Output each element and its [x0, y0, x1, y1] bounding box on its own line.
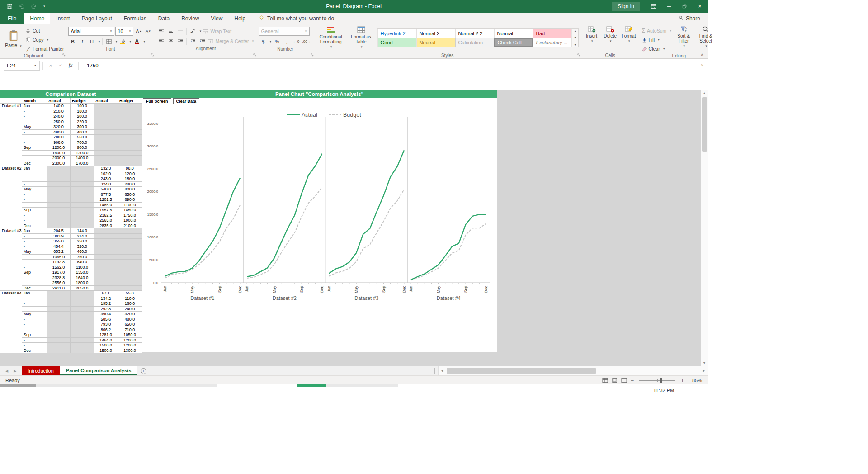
cell-style-neutral[interactable]: Neutral [416, 38, 455, 47]
empty-cell[interactable] [71, 306, 94, 312]
month-cell[interactable]: - [22, 135, 47, 140]
vertical-scrollbar[interactable]: ▲ ▼ [701, 90, 708, 366]
budget-value-cell[interactable]: 1200.0 [118, 343, 142, 348]
ribbon-tab-help[interactable]: Help [228, 13, 251, 24]
month-cell[interactable]: - [22, 317, 47, 322]
actual-value-cell[interactable]: 132.3 [94, 166, 118, 171]
budget-value-cell[interactable]: 1750.0 [118, 213, 142, 218]
zoom-slider-thumb[interactable] [660, 378, 662, 383]
budget-value-cell[interactable]: 710.0 [118, 327, 142, 332]
decrease-indent-icon[interactable] [189, 37, 197, 45]
empty-cell[interactable] [47, 327, 71, 332]
actual-value-cell[interactable]: 292.8 [94, 306, 118, 312]
empty-cell[interactable] [47, 181, 71, 187]
budget-value-cell[interactable]: 120.0 [118, 171, 142, 176]
zoom-in-icon[interactable]: + [681, 377, 684, 384]
decrease-decimal-button[interactable]: .00→ [301, 37, 311, 46]
empty-cell[interactable] [71, 171, 94, 176]
budget-value-cell[interactable]: 1640.0 [71, 275, 94, 280]
actual-value-cell[interactable]: 2328.8 [47, 275, 71, 280]
empty-cell[interactable] [94, 280, 118, 286]
month-cell[interactable]: Jan [22, 291, 47, 296]
align-right-icon[interactable] [176, 37, 184, 45]
share-button[interactable]: Share [678, 13, 708, 24]
actual-value-cell[interactable]: 1065.0 [47, 254, 71, 260]
empty-cell[interactable] [118, 228, 142, 234]
vertical-scroll-thumb[interactable] [702, 97, 707, 152]
actual-value-cell[interactable]: 204.5 [47, 228, 71, 234]
empty-cell[interactable] [118, 249, 142, 255]
scroll-down-icon[interactable]: ▼ [701, 361, 708, 365]
actual-value-cell[interactable]: 2565.0 [94, 218, 118, 223]
month-cell[interactable]: - [22, 119, 47, 124]
actual-value-cell[interactable]: 134.2 [94, 296, 118, 301]
empty-cell[interactable] [94, 161, 118, 166]
month-cell[interactable]: - [22, 327, 47, 332]
gallery-scrollbar[interactable]: ▲ ▼ ▼ [572, 28, 579, 47]
budget-value-cell[interactable]: 160.0 [118, 301, 142, 307]
clipboard-dialog-launcher-icon[interactable] [62, 52, 66, 57]
month-cell[interactable]: - [22, 244, 47, 249]
dataset-label[interactable]: Dataset #1 [0, 104, 22, 166]
empty-cell[interactable] [47, 187, 71, 192]
budget-value-cell[interactable]: 650.0 [118, 192, 142, 197]
month-cell[interactable]: - [22, 254, 47, 260]
empty-cell[interactable] [118, 244, 142, 249]
budget-value-cell[interactable]: 900.0 [71, 145, 94, 151]
actual-value-cell[interactable]: 1200.0 [47, 145, 71, 151]
empty-cell[interactable] [94, 145, 118, 151]
percent-style-button[interactable]: % [273, 37, 281, 46]
budget-value-cell[interactable]: 1200.0 [71, 150, 94, 156]
empty-cell[interactable] [47, 291, 71, 296]
empty-cell[interactable] [71, 337, 94, 343]
fill-color-icon[interactable] [118, 37, 127, 46]
empty-cell[interactable] [94, 140, 118, 145]
empty-cell[interactable] [47, 218, 71, 223]
month-cell[interactable]: - [22, 129, 47, 135]
month-cell[interactable]: May [22, 249, 47, 255]
ribbon-tab-insert[interactable]: Insert [50, 13, 75, 24]
actual-value-cell[interactable]: 653.2 [47, 249, 71, 255]
number-format-select[interactable]: General▼ [259, 27, 310, 36]
paste-button[interactable]: Paste ▼ [3, 26, 24, 52]
actual-value-cell[interactable]: 250.0 [47, 119, 71, 124]
empty-cell[interactable] [47, 317, 71, 322]
budget-value-cell[interactable]: 1100.0 [118, 202, 142, 208]
copy-button[interactable]: Copy▼ [25, 36, 64, 44]
actual-value-cell[interactable]: 2000.0 [47, 156, 71, 161]
empty-cell[interactable] [71, 312, 94, 317]
budget-value-cell[interactable]: 2050.0 [71, 285, 94, 291]
actual-value-cell[interactable]: 243.0 [94, 176, 118, 182]
empty-cell[interactable] [71, 202, 94, 208]
empty-cell[interactable] [94, 129, 118, 135]
format-painter-button[interactable]: Format Painter [25, 45, 64, 53]
budget-value-cell[interactable]: 1800.0 [71, 280, 94, 286]
month-cell[interactable]: - [22, 171, 47, 176]
new-sheet-button[interactable]: + [137, 366, 149, 375]
budget-value-cell[interactable]: 550.0 [71, 135, 94, 140]
font-color-dropdown-icon[interactable]: ▼ [143, 40, 146, 43]
empty-cell[interactable] [94, 109, 118, 114]
full-screen-button[interactable]: Full Screen [143, 98, 171, 104]
collapse-ribbon-icon[interactable]: ∧ [700, 52, 703, 57]
empty-cell[interactable] [47, 197, 71, 203]
month-cell[interactable]: - [22, 181, 47, 187]
accounting-format-dropdown-icon[interactable]: ▼ [269, 40, 272, 43]
month-cell[interactable]: - [22, 296, 47, 301]
actual-value-cell[interactable]: 2362.5 [94, 213, 118, 218]
actual-value-cell[interactable]: 480.0 [47, 129, 71, 135]
ribbon-tab-data[interactable]: Data [152, 13, 175, 24]
gallery-down-icon[interactable]: ▼ [574, 36, 576, 39]
month-cell[interactable]: Sep [22, 332, 47, 338]
empty-cell[interactable] [47, 312, 71, 317]
month-cell[interactable]: - [22, 280, 47, 286]
actual-value-cell[interactable]: 324.0 [94, 181, 118, 187]
empty-cell[interactable] [94, 119, 118, 124]
month-cell[interactable]: Sep [22, 208, 47, 213]
empty-cell[interactable] [94, 233, 118, 239]
zoom-slider[interactable] [639, 380, 675, 381]
budget-value-cell[interactable]: 98.0 [118, 166, 142, 171]
tab-scroll-right-icon[interactable]: ▶ [14, 369, 16, 373]
month-cell[interactable]: - [22, 114, 47, 119]
dataset-label[interactable]: Dataset #3 [0, 228, 22, 291]
